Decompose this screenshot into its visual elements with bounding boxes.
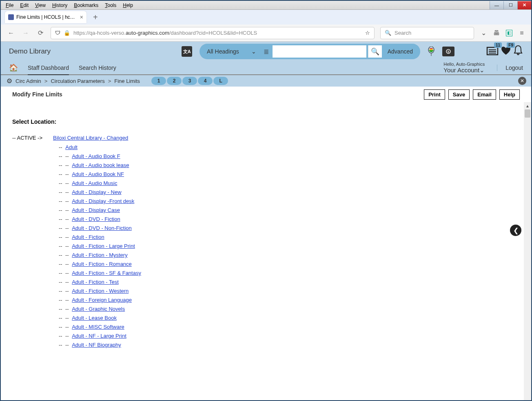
menu-tools[interactable]: Tools	[102, 2, 120, 9]
location-link[interactable]: Adult - Lease Book	[72, 315, 117, 321]
location-link[interactable]: Adult - DVD - Fiction	[72, 216, 120, 222]
crumb-circ-params[interactable]: Circulation Parameters	[51, 78, 104, 84]
print-button[interactable]: Print	[424, 89, 445, 100]
location-link[interactable]: Adult - Fiction - Romance	[72, 261, 132, 267]
browser-menu-bar: FileEditViewHistoryBookmarksToolsHelp — …	[1, 1, 531, 10]
menu-file[interactable]: File	[2, 2, 17, 9]
back-button[interactable]: ←	[7, 29, 16, 38]
reload-button[interactable]: ⟳	[36, 29, 45, 38]
library-root-link[interactable]: Biloxi Central Library - Changed	[53, 135, 128, 141]
content-body: ▲ Select Location: -- ACTIVE -> Biloxi C…	[1, 102, 531, 400]
window-close[interactable]: ✕	[517, 1, 531, 9]
location-link[interactable]: Adult - Display -Front desk	[72, 198, 134, 204]
location-link[interactable]: Adult - Fiction - SF & Fantasy	[72, 270, 141, 276]
url-display: https://qa-hcols-verso.auto-graphics.com…	[73, 30, 362, 36]
location-link[interactable]: Adult - Fiction - Large Print	[72, 243, 135, 249]
location-link[interactable]: Adult - NF Biography	[72, 342, 121, 348]
menu-history[interactable]: History	[49, 2, 71, 9]
location-link[interactable]: Adult - NF - Large Print	[72, 333, 126, 339]
bookmark-star-icon[interactable]: ☆	[365, 30, 370, 36]
location-item: -- -- Adult - MISC Software	[59, 324, 512, 330]
location-link[interactable]: Adult - Fiction - Mystery	[72, 252, 128, 258]
logout-link[interactable]: Logout	[497, 65, 523, 71]
notifications-icon[interactable]	[513, 45, 523, 58]
location-item: -- -- Adult - Audio Book F	[59, 153, 512, 159]
location-link[interactable]: Adult - Foreign Language	[72, 297, 132, 303]
location-link[interactable]: Adult - Audio Music	[72, 180, 117, 186]
catalog-search: All Headings ⌄ ≣ 🔍 Advanced	[200, 44, 420, 59]
menu-edit[interactable]: Edit	[17, 2, 32, 9]
location-link[interactable]: Adult - Fiction	[72, 234, 104, 240]
history-pill-L[interactable]: L	[213, 77, 228, 85]
account-dropdown[interactable]: Your Account⌄	[443, 67, 485, 74]
window-minimize[interactable]: —	[490, 1, 503, 9]
crumb-circ-admin[interactable]: Circ Admin	[16, 78, 41, 84]
location-link[interactable]: Adult - Fiction - Western	[72, 288, 129, 294]
location-link[interactable]: Adult - Display - New	[72, 189, 121, 195]
catalog-search-input[interactable]	[273, 45, 366, 58]
location-item: -- Adult	[59, 144, 512, 150]
balloon-icon[interactable]	[428, 47, 435, 56]
home-icon[interactable]: 🏠	[9, 63, 18, 72]
page-title: Modify Fine Limits	[12, 91, 62, 98]
location-item: -- -- Adult - Display -Front desk	[59, 198, 512, 204]
address-bar[interactable]: 🛡 🔒 https://qa-hcols-verso.auto-graphics…	[51, 27, 375, 39]
menu-view[interactable]: View	[32, 2, 49, 9]
menu-help[interactable]: Help	[120, 2, 136, 9]
location-link[interactable]: Adult - Fiction - Test	[72, 279, 119, 285]
scan-icon[interactable]: $	[442, 47, 454, 56]
location-link[interactable]: Adult - DVD - Non-Fiction	[72, 225, 132, 231]
location-item: -- -- Adult - Fiction - Mystery	[59, 252, 512, 258]
history-pill-2[interactable]: 2	[167, 77, 182, 85]
help-button[interactable]: Help	[499, 89, 520, 100]
location-link[interactable]: Adult - Display Case	[72, 207, 120, 213]
location-link[interactable]: Adult	[65, 144, 78, 150]
history-pill-3[interactable]: 3	[182, 77, 197, 85]
email-button[interactable]: Email	[473, 89, 496, 100]
browser-tab[interactable]: Fine Limits | HCOLS | hcols | Au ×	[5, 11, 86, 23]
location-link[interactable]: Adult - Audio book lease	[72, 162, 129, 168]
tab-favicon	[8, 14, 14, 20]
advanced-search-button[interactable]: Advanced	[382, 45, 419, 58]
close-panel-icon[interactable]: ✕	[518, 77, 526, 85]
menu-bookmarks[interactable]: Bookmarks	[71, 2, 102, 9]
vertical-scrollbar[interactable]: ▲	[524, 102, 531, 400]
svg-text:$: $	[448, 50, 450, 53]
browser-search-box[interactable]: 🔍 Search	[380, 27, 474, 39]
location-link[interactable]: Adult - Graphic Novels	[72, 306, 125, 312]
breadcrumb: ⚙ Circ Admin > Circulation Parameters > …	[1, 75, 531, 87]
collapse-panel-icon[interactable]: ❮	[510, 225, 521, 236]
print-icon[interactable]: 🖶	[493, 29, 500, 37]
location-link[interactable]: Adult - MISC Software	[72, 324, 124, 330]
location-item: -- -- Adult - Fiction - Western	[59, 288, 512, 294]
tab-title: Fine Limits | HCOLS | hcols | Au	[16, 14, 78, 20]
headings-dropdown[interactable]: All Headings ⌄	[201, 48, 262, 55]
forward-button[interactable]: →	[21, 29, 30, 38]
hamburger-menu-icon[interactable]: ≡	[518, 29, 525, 37]
my-lists-icon[interactable]: 11	[486, 45, 499, 58]
scroll-thumb[interactable]	[525, 109, 530, 118]
location-item: -- -- Adult - DVD - Non-Fiction	[59, 225, 512, 231]
save-button[interactable]: Save	[448, 89, 470, 100]
library-name: Demo Library	[9, 47, 51, 56]
pocket-icon[interactable]: ⌄	[480, 29, 487, 37]
nav-staff-dashboard[interactable]: Staff Dashboard	[28, 61, 69, 76]
history-pill-4[interactable]: 4	[198, 77, 213, 85]
headings-label: All Headings	[207, 48, 239, 55]
location-link[interactable]: Adult - Audio Book F	[72, 153, 120, 159]
history-pill-1[interactable]: 1	[151, 77, 166, 85]
search-go-icon[interactable]: 🔍	[368, 45, 382, 58]
new-tab-button[interactable]: +	[90, 13, 101, 22]
extension-icon[interactable]: ◧	[506, 30, 512, 36]
window-maximize[interactable]: ☐	[503, 1, 517, 9]
settings-icon[interactable]: ⚙	[4, 76, 14, 85]
database-icon[interactable]: ≣	[262, 48, 271, 56]
favorites-icon[interactable]: F9	[500, 45, 512, 58]
location-link[interactable]: Adult - Audio Book NF	[72, 171, 124, 177]
nav-search-history[interactable]: Search History	[79, 61, 116, 74]
language-switch-icon[interactable]: 文A	[182, 46, 192, 57]
tab-close-icon[interactable]: ×	[80, 14, 83, 20]
scroll-up-arrow-icon[interactable]: ▲	[524, 102, 531, 109]
location-item: -- -- Adult - Audio book lease	[59, 162, 512, 168]
lock-icon: 🔒	[64, 30, 70, 36]
